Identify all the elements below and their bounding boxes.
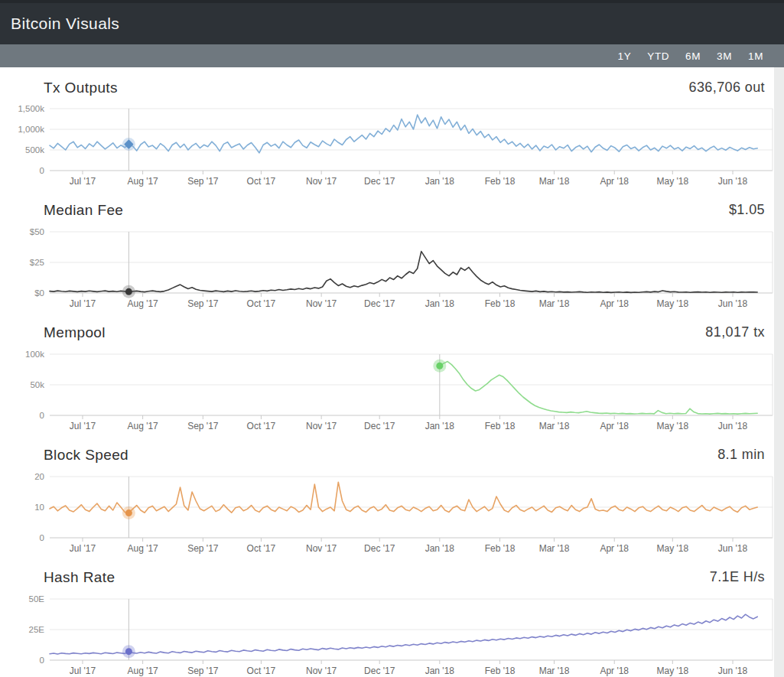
y-axis-tick-label: 50k bbox=[30, 380, 44, 389]
x-axis-tick-label: Jun '18 bbox=[718, 421, 748, 431]
x-axis-tick-label: Sep '17 bbox=[187, 298, 219, 309]
x-axis-tick-label: Feb '18 bbox=[485, 421, 516, 431]
x-axis-tick-label: Aug '17 bbox=[127, 298, 158, 309]
y-axis-tick-label: 10 bbox=[34, 503, 44, 512]
x-axis-tick-label: Apr '18 bbox=[600, 298, 629, 309]
range-button-3m[interactable]: 3M bbox=[714, 49, 734, 63]
x-axis-tick-label: Mar '18 bbox=[539, 176, 570, 187]
x-axis-tick-label: Dec '17 bbox=[364, 666, 395, 676]
x-axis-tick-label: Jul '17 bbox=[70, 298, 96, 309]
chart-median-fee: Median Fee $1.05 $0$25$50Jul '17Aug '17S… bbox=[0, 191, 774, 314]
x-axis-tick-label: Apr '18 bbox=[600, 543, 629, 554]
x-axis-tick-label: Jun '18 bbox=[718, 298, 748, 309]
chart-title-hash-rate: Hash Rate bbox=[44, 569, 115, 586]
x-axis-tick-label: Aug '17 bbox=[127, 543, 158, 554]
x-axis-tick-label: Aug '17 bbox=[127, 666, 158, 676]
x-axis-tick-label: Jan '18 bbox=[425, 298, 455, 309]
x-axis-tick-label: Apr '18 bbox=[600, 421, 629, 431]
x-axis-tick-label: May '18 bbox=[656, 421, 688, 431]
chart-title-mempool: Mempool bbox=[44, 324, 106, 341]
x-axis-tick-label: Oct '17 bbox=[247, 176, 276, 187]
marker-dot bbox=[436, 363, 443, 369]
x-axis-tick-label: Mar '18 bbox=[539, 543, 570, 554]
y-axis-tick-label: 20 bbox=[34, 472, 44, 481]
chart-title-block-speed: Block Speed bbox=[44, 447, 128, 464]
x-axis-tick-label: Jun '18 bbox=[718, 176, 748, 187]
x-axis-tick-label: Aug '17 bbox=[127, 421, 158, 431]
range-button-ytd[interactable]: YTD bbox=[645, 49, 672, 63]
block-speed-plot[interactable]: 01020Jul '17Aug '17Sep '17Oct '17Nov '17… bbox=[0, 470, 774, 557]
x-axis-tick-label: Dec '17 bbox=[364, 543, 395, 554]
x-axis-tick-label: Mar '18 bbox=[539, 298, 570, 309]
x-axis-tick-label: Apr '18 bbox=[600, 666, 629, 676]
chart-value-median-fee: $1.05 bbox=[729, 202, 765, 218]
data-line bbox=[50, 115, 757, 153]
x-axis-tick-label: Jul '17 bbox=[70, 666, 96, 676]
y-axis-tick-label: 0 bbox=[40, 656, 44, 665]
data-line bbox=[50, 252, 757, 293]
x-axis-tick-label: Oct '17 bbox=[247, 666, 276, 676]
x-axis-tick-label: Sep '17 bbox=[187, 421, 219, 431]
x-axis-tick-label: Dec '17 bbox=[364, 176, 395, 187]
marker-dot bbox=[125, 288, 132, 295]
time-range-toolbar: 1Y YTD 6M 3M 1M bbox=[0, 44, 784, 67]
y-axis-tick-label: $0 bbox=[34, 288, 44, 298]
x-axis-tick-label: Aug '17 bbox=[127, 176, 158, 187]
hash-rate-plot[interactable]: 025E50EJul '17Aug '17Sep '17Oct '17Nov '… bbox=[0, 592, 774, 677]
median-fee-plot[interactable]: $0$25$50Jul '17Aug '17Sep '17Oct '17Nov … bbox=[0, 225, 774, 312]
range-button-1m[interactable]: 1M bbox=[746, 49, 766, 63]
x-axis-tick-label: Sep '17 bbox=[187, 176, 219, 187]
y-axis-tick-label: 0 bbox=[40, 533, 44, 542]
y-axis-tick-label: 1,000k bbox=[18, 125, 44, 134]
x-axis-tick-label: Feb '18 bbox=[485, 666, 516, 676]
x-axis-tick-label: Nov '17 bbox=[306, 421, 337, 431]
range-button-1y[interactable]: 1Y bbox=[616, 49, 634, 63]
x-axis-tick-label: Feb '18 bbox=[485, 543, 516, 554]
y-axis-tick-label: 50E bbox=[29, 594, 45, 604]
charts-panel: Tx Outputs 636,706 out 0500k1,000k1,500k… bbox=[0, 67, 774, 677]
chart-title-tx-outputs: Tx Outputs bbox=[44, 80, 118, 96]
x-axis-tick-label: Sep '17 bbox=[187, 543, 219, 554]
chart-hash-rate: Hash Rate 7.1E H/s 025E50EJul '17Aug '17… bbox=[0, 558, 774, 677]
x-axis-tick-label: Jan '18 bbox=[425, 421, 455, 431]
x-axis-tick-label: Nov '17 bbox=[306, 176, 337, 187]
x-axis-tick-label: May '18 bbox=[656, 666, 688, 676]
y-axis-tick-label: 25E bbox=[29, 625, 45, 634]
x-axis-tick-label: Jul '17 bbox=[70, 421, 96, 431]
x-axis-tick-label: Nov '17 bbox=[306, 543, 337, 554]
x-axis-tick-label: Feb '18 bbox=[485, 298, 516, 309]
app-header: Bitcoin Visuals bbox=[0, 0, 784, 44]
x-axis-tick-label: Oct '17 bbox=[247, 298, 276, 309]
x-axis-tick-label: Jun '18 bbox=[718, 666, 748, 676]
x-axis-tick-label: Feb '18 bbox=[485, 176, 516, 187]
y-axis-tick-label: 0 bbox=[40, 411, 44, 420]
x-axis-tick-label: May '18 bbox=[656, 298, 688, 309]
chart-tx-outputs: Tx Outputs 636,706 out 0500k1,000k1,500k… bbox=[0, 69, 774, 191]
marker-dot bbox=[125, 648, 132, 655]
range-button-6m[interactable]: 6M bbox=[683, 49, 703, 63]
tx-outputs-plot[interactable]: 0500k1,000k1,500kJul '17Aug '17Sep '17Oc… bbox=[0, 103, 774, 190]
chart-value-mempool: 81,017 tx bbox=[705, 324, 765, 340]
x-axis-tick-label: Jan '18 bbox=[425, 176, 455, 187]
y-axis-tick-label: 1,500k bbox=[18, 104, 44, 113]
y-axis-tick-label: 500k bbox=[25, 145, 44, 155]
chart-value-tx-outputs: 636,706 out bbox=[689, 80, 766, 96]
x-axis-tick-label: Dec '17 bbox=[364, 421, 395, 431]
x-axis-tick-label: May '18 bbox=[656, 176, 688, 187]
x-axis-tick-label: Jun '18 bbox=[718, 543, 748, 554]
x-axis-tick-label: Jul '17 bbox=[70, 176, 96, 187]
x-axis-tick-label: Oct '17 bbox=[247, 421, 276, 431]
data-line bbox=[440, 362, 757, 414]
mempool-plot[interactable]: 050k100kJul '17Aug '17Sep '17Oct '17Nov … bbox=[0, 347, 774, 435]
x-axis-tick-label: Mar '18 bbox=[539, 421, 570, 431]
x-axis-tick-label: Jan '18 bbox=[425, 666, 455, 676]
x-axis-tick-label: Apr '18 bbox=[600, 176, 629, 187]
x-axis-tick-label: Sep '17 bbox=[187, 666, 219, 676]
chart-mempool: Mempool 81,017 tx 050k100kJul '17Aug '17… bbox=[0, 314, 774, 436]
x-axis-tick-label: Jan '18 bbox=[425, 543, 455, 554]
data-line bbox=[50, 614, 757, 654]
x-axis-tick-label: May '18 bbox=[656, 543, 688, 554]
y-axis-tick-label: 100k bbox=[25, 350, 44, 359]
x-axis-tick-label: Dec '17 bbox=[364, 298, 395, 309]
chart-title-median-fee: Median Fee bbox=[44, 202, 123, 219]
